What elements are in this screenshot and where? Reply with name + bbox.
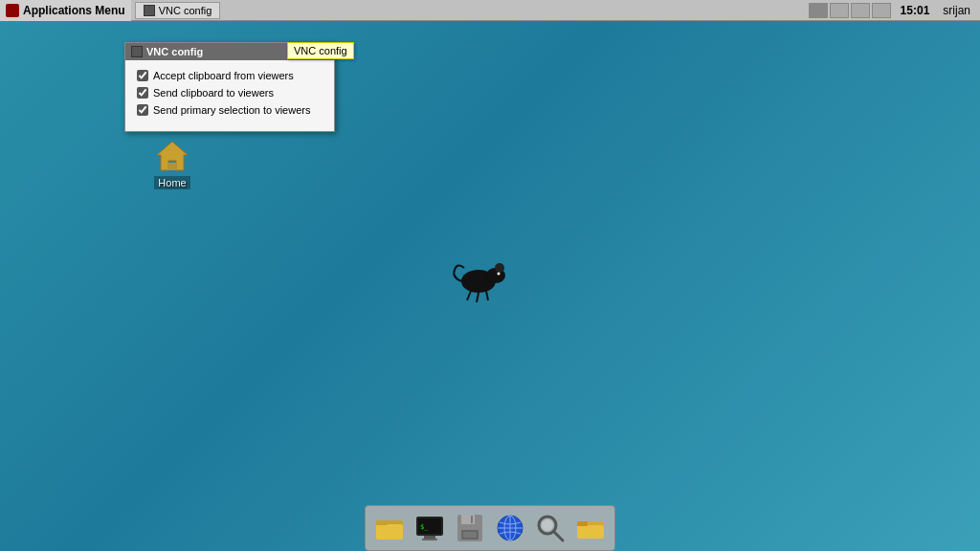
send-clipboard-checkbox[interactable] [137,87,148,99]
svg-text:$_: $_ [420,523,429,531]
svg-line-11 [467,291,471,300]
taskbar-right: 15:01 srijan [803,3,980,18]
taskbar-window-label: VNC config [159,5,212,16]
dock-search-icon [535,513,566,543]
app-menu-icon [6,4,19,17]
tooltip-text: VNC config [294,45,347,56]
vnc-title-label: VNC config [146,46,203,57]
desktop: VNC config Accept clipboard from viewers… [0,21,980,551]
dock-screen-icon: $_ [414,513,445,543]
svg-point-9 [495,263,504,273]
taskbar-window-icon [144,5,155,16]
svg-line-12 [477,293,479,302]
dock-disk-button[interactable] [451,509,489,547]
home-svg [153,136,191,174]
taskbar: Applications Menu VNC config 15:01 srija… [0,0,980,21]
home-icon-img [153,136,191,174]
dock-disk-icon [455,513,485,543]
svg-rect-15 [376,524,403,540]
workspace-4[interactable] [872,3,891,18]
svg-rect-20 [422,539,437,540]
dock-folder-icon [575,513,606,543]
dock-files-icon [374,513,405,543]
home-icon-label: Home [154,176,189,189]
checkbox-item-2: Send clipboard to viewers [137,87,323,99]
svg-rect-25 [463,532,477,538]
dock-world-button[interactable] [491,509,529,547]
workspace-switcher [809,3,891,18]
svg-point-10 [498,273,501,276]
home-desktop-icon[interactable]: Home [134,136,211,189]
svg-point-33 [542,519,553,531]
svg-rect-16 [376,520,388,525]
vnc-tooltip: VNC config [287,42,354,59]
applications-menu-button[interactable]: Applications Menu [0,0,131,21]
accept-clipboard-checkbox[interactable] [137,70,148,81]
dock-world-icon [495,513,525,543]
workspace-1[interactable] [809,3,828,18]
svg-line-13 [486,291,488,300]
send-primary-checkbox[interactable] [137,104,148,116]
svg-rect-6 [167,163,177,170]
dock-files-button[interactable] [370,509,409,547]
mouse-cursor [450,251,507,298]
dock-screen-button[interactable]: $_ [411,509,449,547]
svg-rect-19 [424,536,435,539]
workspace-3[interactable] [851,3,870,18]
send-clipboard-label: Send clipboard to viewers [153,87,274,99]
send-primary-label: Send primary selection to viewers [153,104,310,116]
checkbox-item-1: Accept clipboard from viewers [137,70,323,81]
checkbox-item-3: Send primary selection to viewers [137,104,323,116]
workspace-2[interactable] [830,3,849,18]
app-menu-label: Applications Menu [23,4,125,17]
svg-rect-35 [577,525,604,539]
accept-clipboard-label: Accept clipboard from viewers [153,70,294,81]
svg-line-32 [554,532,563,540]
vnc-title-icon [131,46,143,57]
dock-folder-button[interactable] [571,509,610,547]
username: srijan [939,4,974,17]
clock: 15:01 [895,4,936,17]
dock-search-button[interactable] [531,509,569,547]
taskbar-window-vnc[interactable]: VNC config [135,2,221,19]
bottom-dock: $_ [365,505,615,551]
mouse-animal-svg [450,251,507,303]
vnc-content: Accept clipboard from viewers Send clipb… [125,60,334,131]
svg-rect-36 [577,521,588,526]
svg-rect-26 [471,516,473,523]
taskbar-left: Applications Menu VNC config [0,0,803,21]
